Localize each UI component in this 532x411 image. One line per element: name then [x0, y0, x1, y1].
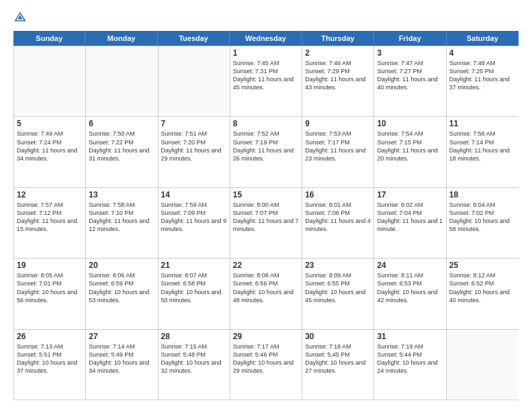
day-number: 14 — [161, 190, 227, 199]
calendar-cell: 11Sunrise: 7:56 AM Sunset: 7:14 PM Dayli… — [447, 117, 519, 187]
calendar-cell: 21Sunrise: 8:07 AM Sunset: 6:58 PM Dayli… — [159, 259, 230, 328]
calendar-row: 19Sunrise: 8:05 AM Sunset: 7:01 PM Dayli… — [14, 259, 519, 329]
day-number: 16 — [305, 190, 371, 199]
calendar-cell — [14, 46, 86, 116]
calendar-cell: 28Sunrise: 7:15 AM Sunset: 5:48 PM Dayli… — [159, 330, 230, 400]
day-info: Sunrise: 8:08 AM Sunset: 6:56 PM Dayligh… — [233, 271, 299, 304]
day-info: Sunrise: 8:07 AM Sunset: 6:58 PM Dayligh… — [161, 271, 227, 304]
day-number: 24 — [377, 261, 443, 270]
day-info: Sunrise: 7:14 AM Sunset: 5:49 PM Dayligh… — [89, 342, 154, 375]
day-number: 27 — [89, 332, 154, 341]
calendar-cell: 18Sunrise: 8:04 AM Sunset: 7:02 PM Dayli… — [447, 188, 519, 258]
day-number: 21 — [161, 261, 227, 270]
calendar-cell: 31Sunrise: 7:19 AM Sunset: 5:44 PM Dayli… — [374, 330, 446, 400]
calendar-cell: 16Sunrise: 8:01 AM Sunset: 7:06 PM Dayli… — [302, 188, 374, 258]
day-number: 25 — [449, 261, 516, 270]
day-info: Sunrise: 8:12 AM Sunset: 6:52 PM Dayligh… — [449, 271, 516, 304]
calendar-cell: 14Sunrise: 7:59 AM Sunset: 7:09 PM Dayli… — [159, 188, 230, 258]
calendar-cell: 17Sunrise: 8:02 AM Sunset: 7:04 PM Dayli… — [374, 188, 446, 258]
day-info: Sunrise: 7:47 AM Sunset: 7:27 PM Dayligh… — [377, 59, 443, 92]
day-number: 10 — [377, 119, 443, 128]
day-number: 2 — [305, 48, 371, 58]
day-info: Sunrise: 7:13 AM Sunset: 5:51 PM Dayligh… — [17, 342, 83, 375]
weekday-header: Saturday — [447, 31, 519, 46]
day-info: Sunrise: 7:50 AM Sunset: 7:22 PM Dayligh… — [89, 130, 154, 163]
day-info: Sunrise: 7:59 AM Sunset: 7:09 PM Dayligh… — [161, 201, 227, 234]
day-number: 1 — [233, 48, 299, 58]
calendar-cell: 29Sunrise: 7:17 AM Sunset: 5:46 PM Dayli… — [230, 330, 302, 400]
day-info: Sunrise: 7:45 AM Sunset: 7:31 PM Dayligh… — [233, 59, 299, 92]
calendar: SundayMondayTuesdayWednesdayThursdayFrid… — [13, 31, 519, 400]
calendar-cell: 30Sunrise: 7:18 AM Sunset: 5:45 PM Dayli… — [302, 330, 374, 400]
day-info: Sunrise: 7:53 AM Sunset: 7:17 PM Dayligh… — [305, 130, 371, 163]
calendar-cell: 26Sunrise: 7:13 AM Sunset: 5:51 PM Dayli… — [14, 330, 86, 400]
calendar-cell — [86, 46, 158, 116]
calendar-row: 26Sunrise: 7:13 AM Sunset: 5:51 PM Dayli… — [14, 330, 519, 400]
calendar-cell — [447, 330, 519, 400]
day-number: 23 — [305, 261, 371, 270]
day-info: Sunrise: 7:49 AM Sunset: 7:24 PM Dayligh… — [17, 130, 83, 163]
calendar-cell: 1Sunrise: 7:45 AM Sunset: 7:31 PM Daylig… — [230, 46, 302, 116]
weekday-header: Thursday — [302, 31, 374, 46]
day-info: Sunrise: 7:54 AM Sunset: 7:15 PM Dayligh… — [377, 130, 443, 163]
day-info: Sunrise: 7:57 AM Sunset: 7:12 PM Dayligh… — [17, 201, 83, 234]
day-number: 18 — [449, 190, 516, 199]
day-info: Sunrise: 7:48 AM Sunset: 7:25 PM Dayligh… — [449, 59, 516, 92]
day-number: 17 — [377, 190, 443, 199]
calendar-cell: 27Sunrise: 7:14 AM Sunset: 5:49 PM Dayli… — [86, 330, 158, 400]
day-number: 12 — [17, 190, 83, 199]
calendar-cell: 7Sunrise: 7:51 AM Sunset: 7:20 PM Daylig… — [159, 117, 230, 187]
logo — [13, 11, 30, 24]
day-info: Sunrise: 8:11 AM Sunset: 6:53 PM Dayligh… — [377, 271, 443, 304]
day-info: Sunrise: 8:02 AM Sunset: 7:04 PM Dayligh… — [377, 201, 443, 234]
calendar-header: SundayMondayTuesdayWednesdayThursdayFrid… — [13, 31, 519, 46]
day-number: 9 — [305, 119, 371, 128]
day-info: Sunrise: 8:00 AM Sunset: 7:07 PM Dayligh… — [233, 201, 299, 234]
day-info: Sunrise: 7:17 AM Sunset: 5:46 PM Dayligh… — [233, 342, 299, 375]
day-number: 13 — [89, 190, 154, 199]
day-info: Sunrise: 7:56 AM Sunset: 7:14 PM Dayligh… — [449, 130, 516, 163]
calendar-cell: 8Sunrise: 7:52 AM Sunset: 7:19 PM Daylig… — [230, 117, 302, 187]
day-info: Sunrise: 7:51 AM Sunset: 7:20 PM Dayligh… — [161, 130, 227, 163]
day-info: Sunrise: 7:52 AM Sunset: 7:19 PM Dayligh… — [233, 130, 299, 163]
calendar-cell: 22Sunrise: 8:08 AM Sunset: 6:56 PM Dayli… — [230, 259, 302, 328]
header — [13, 11, 519, 24]
calendar-cell: 3Sunrise: 7:47 AM Sunset: 7:27 PM Daylig… — [374, 46, 446, 116]
weekday-header: Friday — [374, 31, 446, 46]
day-info: Sunrise: 7:15 AM Sunset: 5:48 PM Dayligh… — [161, 342, 227, 375]
calendar-cell: 6Sunrise: 7:50 AM Sunset: 7:22 PM Daylig… — [86, 117, 158, 187]
day-number: 5 — [17, 119, 83, 128]
day-info: Sunrise: 7:58 AM Sunset: 7:10 PM Dayligh… — [89, 201, 154, 234]
weekday-header: Monday — [85, 31, 157, 46]
calendar-cell: 19Sunrise: 8:05 AM Sunset: 7:01 PM Dayli… — [14, 259, 86, 328]
day-info: Sunrise: 8:05 AM Sunset: 7:01 PM Dayligh… — [17, 271, 83, 304]
day-info: Sunrise: 8:04 AM Sunset: 7:02 PM Dayligh… — [449, 201, 516, 234]
calendar-cell: 23Sunrise: 8:09 AM Sunset: 6:55 PM Dayli… — [302, 259, 374, 328]
day-number: 29 — [233, 332, 299, 341]
day-info: Sunrise: 7:19 AM Sunset: 5:44 PM Dayligh… — [377, 342, 443, 375]
calendar-body: 1Sunrise: 7:45 AM Sunset: 7:31 PM Daylig… — [13, 46, 519, 400]
calendar-cell: 10Sunrise: 7:54 AM Sunset: 7:15 PM Dayli… — [374, 117, 446, 187]
calendar-cell: 13Sunrise: 7:58 AM Sunset: 7:10 PM Dayli… — [86, 188, 158, 258]
day-number: 8 — [233, 119, 299, 128]
day-number: 4 — [449, 48, 516, 58]
calendar-cell: 25Sunrise: 8:12 AM Sunset: 6:52 PM Dayli… — [447, 259, 519, 328]
logo-icon — [13, 11, 27, 24]
day-number: 31 — [377, 332, 443, 341]
day-number: 22 — [233, 261, 299, 270]
calendar-row: 12Sunrise: 7:57 AM Sunset: 7:12 PM Dayli… — [14, 188, 519, 259]
calendar-cell: 24Sunrise: 8:11 AM Sunset: 6:53 PM Dayli… — [374, 259, 446, 328]
day-info: Sunrise: 8:06 AM Sunset: 6:59 PM Dayligh… — [89, 271, 154, 304]
day-number: 20 — [89, 261, 154, 270]
day-info: Sunrise: 8:09 AM Sunset: 6:55 PM Dayligh… — [305, 271, 371, 304]
day-number: 15 — [233, 190, 299, 199]
day-number: 6 — [89, 119, 154, 128]
calendar-cell: 5Sunrise: 7:49 AM Sunset: 7:24 PM Daylig… — [14, 117, 86, 187]
weekday-header: Tuesday — [158, 31, 230, 46]
day-number: 19 — [17, 261, 83, 270]
calendar-cell: 12Sunrise: 7:57 AM Sunset: 7:12 PM Dayli… — [14, 188, 86, 258]
calendar-cell: 20Sunrise: 8:06 AM Sunset: 6:59 PM Dayli… — [86, 259, 158, 328]
calendar-cell: 4Sunrise: 7:48 AM Sunset: 7:25 PM Daylig… — [447, 46, 519, 116]
weekday-header: Sunday — [13, 31, 85, 46]
page: SundayMondayTuesdayWednesdayThursdayFrid… — [0, 0, 532, 411]
